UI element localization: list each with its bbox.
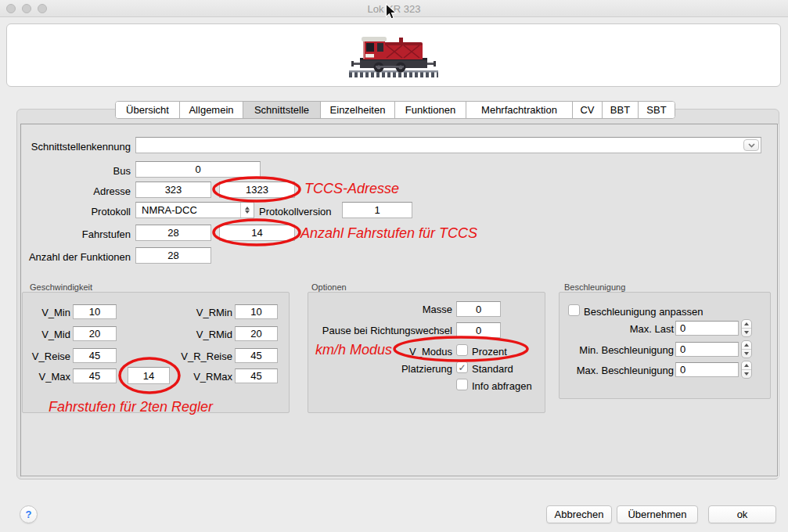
min-beschleunigung-stepper[interactable]: [741, 340, 752, 358]
abbrechen-button[interactable]: Abbrechen: [546, 505, 612, 523]
v-reise-field[interactable]: [73, 348, 117, 363]
popup-arrows-icon: [240, 203, 254, 217]
tab-uebersicht[interactable]: Übersicht: [116, 102, 179, 118]
checkmark-icon: ✓: [458, 363, 466, 372]
platzierung-label: Platzierung: [313, 363, 452, 375]
tab-einzelheiten[interactable]: Einzelheiten: [320, 102, 394, 118]
v-rmin-field[interactable]: [235, 304, 278, 319]
info-abfragen-checkbox[interactable]: [456, 379, 468, 390]
beschleunigung-anpassen-label: Beschleunigung anpassen: [584, 306, 703, 318]
stepper-down-icon[interactable]: [744, 331, 749, 334]
min-beschleunigung-field[interactable]: [675, 342, 739, 357]
bus-field[interactable]: [135, 161, 261, 178]
v-min-field[interactable]: [73, 304, 117, 319]
anzahl-funktionen-field[interactable]: [135, 247, 211, 264]
stepper-up-icon[interactable]: [744, 322, 749, 325]
tab-mehrfachtraktion[interactable]: Mehrfachtraktion: [466, 102, 572, 118]
v-max-label: V_Max: [22, 371, 70, 383]
v-min-label: V_Min: [22, 307, 70, 318]
v-rmid-label: V_RMid: [163, 329, 232, 340]
prozent-checkbox[interactable]: [456, 344, 468, 356]
stepper-down-icon[interactable]: [744, 372, 749, 376]
v-modus-label: V_Modus: [313, 346, 452, 358]
info-abfragen-checkbox-label: Info abfragen: [472, 380, 532, 392]
prozent-checkbox-label: Prozent: [472, 346, 507, 358]
fahrstufen-field[interactable]: [135, 225, 211, 241]
tab-cv[interactable]: CV: [572, 102, 602, 118]
geschwindigkeit-group-title: Geschwindigkeit: [30, 282, 92, 292]
v-r-reise-label: V_R_Reise: [163, 350, 232, 362]
v-max-field[interactable]: [73, 368, 117, 383]
pause-richtungswechsel-label: Pause bei Richtungswechsel: [313, 325, 452, 336]
schnittstellenkennung-label: Schnittstellenkennung: [16, 141, 131, 153]
tab-sbt[interactable]: SBT: [638, 102, 675, 118]
tab-bar: Übersicht Allgemein Schnittstelle Einzel…: [115, 101, 675, 119]
max-last-field[interactable]: [675, 321, 739, 336]
beschleunigung-anpassen-checkbox[interactable]: [568, 304, 580, 316]
masse-label: Masse: [313, 304, 452, 315]
locomotive-image-panel: [6, 23, 781, 87]
chevron-down-icon[interactable]: [743, 139, 759, 151]
adresse-label: Adresse: [16, 185, 131, 197]
protokoll-popup[interactable]: NMRA-DCC: [135, 202, 254, 218]
uebernehmen-button[interactable]: Übernehmen: [617, 505, 698, 523]
protokoll-label: Protokoll: [16, 206, 131, 217]
v-rmax-field[interactable]: [235, 368, 278, 383]
min-beschleunigung-label: Min. Beschleunigung: [559, 344, 674, 356]
protokollversion-field[interactable]: [342, 202, 412, 218]
ok-button[interactable]: ok: [708, 505, 776, 523]
stepper-up-icon[interactable]: [744, 343, 749, 347]
standard-checkbox[interactable]: ✓: [456, 361, 468, 373]
max-last-label: Max. Last: [559, 323, 674, 335]
pause-richtungswechsel-field[interactable]: [456, 322, 501, 338]
max-last-stepper[interactable]: [741, 319, 752, 337]
beschleunigung-group-title: Beschleunigung: [564, 282, 625, 292]
standard-checkbox-label: Standard: [472, 363, 513, 375]
tab-allgemein[interactable]: Allgemein: [179, 102, 243, 118]
tab-schnittstelle[interactable]: Schnittstelle: [243, 102, 320, 118]
v-rmin-label: V_RMin: [163, 307, 232, 318]
fahrstufen-label: Fahrstufen: [16, 228, 131, 240]
anzahl-funktionen-label: Anzahl der Funktionen: [16, 251, 131, 263]
protokoll-value: NMRA-DCC: [136, 204, 240, 216]
protokollversion-label: Protokollversion: [259, 206, 332, 217]
v-rmax-label: V_RMax: [163, 371, 232, 383]
stepper-down-icon[interactable]: [744, 352, 749, 355]
v-reise-label: V_Reise: [22, 350, 70, 362]
adresse-field[interactable]: [135, 182, 211, 198]
v-r-reise-field[interactable]: [235, 348, 278, 363]
v-rmid-field[interactable]: [235, 326, 278, 341]
help-button[interactable]: ?: [20, 505, 38, 523]
locomotive-image: [347, 31, 440, 80]
stepper-up-icon[interactable]: [744, 364, 749, 367]
max-beschleunigung-field[interactable]: [675, 362, 739, 377]
tab-funktionen[interactable]: Funktionen: [394, 102, 466, 118]
mouse-cursor-icon: [385, 3, 397, 20]
optionen-group-title: Optionen: [311, 282, 347, 292]
tccs-fahrstufen-field[interactable]: [219, 225, 295, 241]
v-mid-field[interactable]: [73, 326, 117, 341]
v-mid-label: V_Mid: [22, 329, 70, 340]
max-beschleunigung-stepper[interactable]: [741, 361, 752, 379]
tccs-adresse-field[interactable]: [219, 182, 295, 198]
bus-label: Bus: [16, 165, 131, 177]
tab-bbt[interactable]: BBT: [602, 102, 638, 118]
max-beschleunigung-label: Max. Beschleunigung: [559, 365, 674, 376]
masse-field[interactable]: [456, 301, 501, 317]
schnittstellenkennung-combobox[interactable]: [135, 137, 761, 153]
